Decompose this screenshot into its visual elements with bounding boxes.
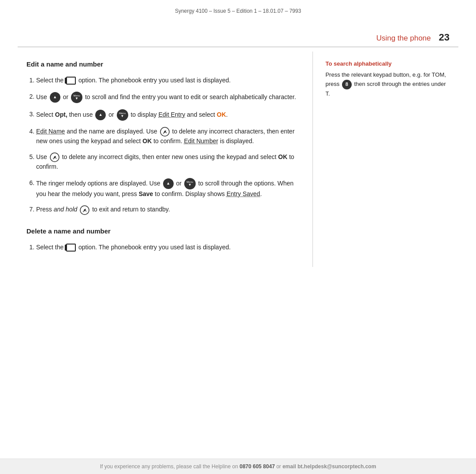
delete-section-heading: Delete a name and number [26,227,299,235]
delete-step-1: Select the option. The phonebook entry y… [36,243,299,252]
right-section-body: Press the relevant keypad button, e.g. f… [325,70,450,99]
edit-step-1: Select the option. The phonebook entry y… [36,76,299,85]
ok-label-3: OK [278,153,287,160]
phonebook-icon-del [66,244,76,252]
edit-number-label: Edit Number [184,137,218,144]
save-label: Save [139,190,153,197]
menu-down-icon-2: Menu ▼ [117,109,128,121]
and-hold-label: and hold [54,206,78,213]
pen-icon-1 [160,127,170,137]
opt-label: Opt, [55,111,67,118]
edit-name-label: Edit Name [36,128,65,135]
main-layout: Edit a name and number Select the option… [0,52,476,267]
footer-email: bt.helpdesk@suncorptech.com [298,463,376,470]
top-right-area: Using the phone 23 [0,19,476,47]
edit-step-4: Edit Name and the name are displayed. Us… [36,127,299,146]
ok-label-2: OK [142,137,152,144]
edit-step-5: Use to delete any incorrect digits, then… [36,152,299,172]
entry-saved-label: Entry Saved [227,190,260,197]
footer-text-start: If you experience any problems, please c… [100,463,240,470]
left-column: Edit a name and number Select the option… [18,52,313,267]
edit-section-heading: Edit a name and number [26,60,299,68]
num-8-icon: 8 [342,80,352,89]
up-circle-icon-2 [95,110,106,120]
delete-steps-list: Select the option. The phonebook entry y… [26,243,299,252]
up-circle-icon [50,92,60,103]
edit-step-6: The ringer melody options are displayed.… [36,178,299,199]
edit-step-3: Select Opt, then use or Menu ▼ to displa… [36,109,299,121]
up-circle-icon-3 [163,178,174,189]
footer-phone: 0870 605 8047 [239,463,275,470]
edit-step-7: Press and hold to exit and return to sta… [36,205,299,215]
menu-down-icon: Menu ▼ [71,92,82,103]
right-column: To search alphabetically Press the relev… [313,52,458,267]
edit-step-2: Use or Menu ▼ to scroll and find the ent… [36,92,299,103]
footer-email-label: email [283,463,296,470]
ok-label-1: OK [217,111,226,118]
pen-icon-2 [50,152,60,162]
page-header: Synergy 4100 – Issue 5 – Edition 1 – 18.… [0,0,476,19]
section-title: Using the phone [376,34,431,43]
edit-steps-list: Select the option. The phonebook entry y… [26,76,299,215]
pen-icon-3 [80,205,89,215]
phonebook-icon [66,77,76,85]
header-text: Synergy 4100 – Issue 5 – Edition 1 – 18.… [175,8,301,14]
menu-down-icon-3: Menu ▼ [184,178,196,189]
footer-bar: If you experience any problems, please c… [0,459,476,474]
page-number: 23 [439,32,450,43]
footer-text-mid: or [275,463,283,470]
edit-entry-label: Edit Entry [158,111,185,118]
top-divider [18,47,458,47]
right-section-title: To search alphabetically [325,60,450,67]
